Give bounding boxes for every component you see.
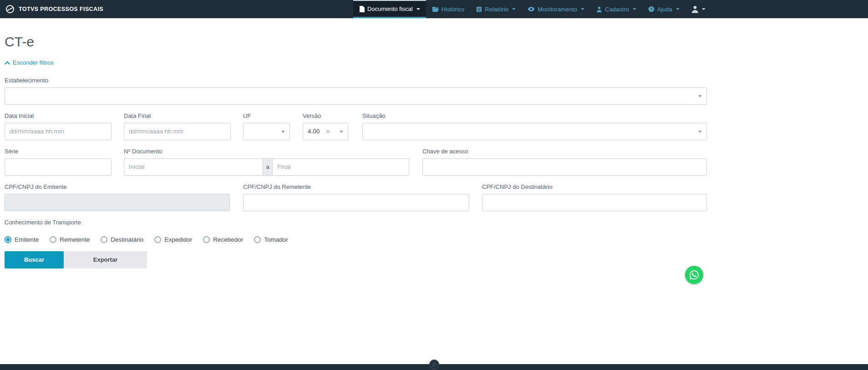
radio-destinatario[interactable]: Destinatário — [101, 236, 143, 243]
estabelecimento-group: Estabelecimento — [5, 77, 707, 105]
chevron-down-icon — [581, 8, 584, 10]
chevron-down-icon — [281, 131, 285, 133]
chevron-down-icon — [698, 95, 702, 97]
conhecimento-transporte-label: Conhecimento de Transporte — [5, 219, 707, 226]
versao-label: Versão — [303, 112, 348, 119]
brand[interactable]: TOTVS PROCESSOS FISCAIS — [5, 0, 103, 18]
history-folder-icon — [432, 6, 439, 12]
whatsapp-icon — [689, 269, 700, 280]
chevron-down-icon — [633, 8, 636, 10]
chave-acesso-input[interactable] — [422, 158, 707, 176]
clear-versao-icon[interactable]: × — [326, 128, 330, 135]
data-final-input[interactable] — [124, 123, 231, 140]
chave-acesso-label: Chave de acesso — [422, 148, 707, 155]
nav-item-historico[interactable]: Histórico — [426, 0, 471, 18]
num-documento-label: Nº Documento — [124, 148, 409, 155]
nav-item-ajuda[interactable]: ? Ajuda — [642, 0, 685, 18]
radio-button-icon — [154, 236, 161, 243]
cpf-emitente-label: CPF/CNPJ do Emitente — [5, 183, 230, 190]
situacao-label: Situação — [362, 112, 707, 119]
data-final-label: Data Final — [124, 112, 231, 119]
uf-label: UF — [243, 112, 290, 119]
cpf-remetente-input[interactable] — [243, 194, 469, 211]
radio-recebedor[interactable]: Recebedor — [203, 236, 243, 243]
filter-row-3: CPF/CNPJ do Emitente CPF/CNPJ do Remeten… — [5, 183, 707, 211]
range-connector: a — [263, 158, 273, 176]
documento-final-input[interactable] — [273, 158, 409, 176]
versao-value: 4.00 — [308, 128, 320, 135]
totvs-logo-icon — [5, 5, 15, 14]
monitor-eye-icon — [528, 6, 535, 12]
account-icon — [691, 5, 699, 13]
top-navbar: TOTVS PROCESSOS FISCAIS Documento fiscal… — [0, 0, 868, 18]
action-buttons: Buscar Exportar — [5, 251, 707, 269]
filter-row-2: Série Nº Documento a Chave de acesso — [5, 148, 707, 176]
radio-remetente[interactable]: Remetente — [50, 236, 90, 243]
nav-item-label: Histórico — [442, 6, 465, 13]
filter-row-1: Data Inicial Data Final UF Versão 4.00 × — [5, 112, 707, 140]
footer-logo-icon — [429, 360, 439, 370]
radio-button-icon — [5, 236, 11, 243]
buscar-button[interactable]: Buscar — [5, 251, 64, 269]
report-icon — [476, 6, 482, 12]
svg-text:?: ? — [650, 7, 653, 11]
nav-item-relatorio[interactable]: Relatório — [470, 0, 522, 18]
conhecimento-radio-group: Emitente Remetente Destinatário Expedido… — [5, 236, 707, 243]
cpf-remetente-label: CPF/CNPJ do Remetente — [243, 183, 469, 190]
estabelecimento-label: Estabelecimento — [5, 77, 707, 84]
nav-item-label: Monitoramento — [538, 6, 577, 13]
data-inicial-input[interactable] — [5, 123, 112, 140]
versao-select[interactable]: 4.00 × — [303, 123, 348, 140]
serie-input[interactable] — [5, 158, 112, 176]
data-inicial-label: Data Inicial — [5, 112, 112, 119]
radio-button-icon — [50, 236, 56, 243]
documento-inicial-input[interactable] — [124, 158, 263, 176]
whatsapp-button[interactable] — [685, 266, 703, 284]
chevron-down-icon — [416, 8, 420, 10]
nav-item-label: Ajuda — [657, 6, 672, 13]
num-documento-range: a — [124, 158, 409, 176]
serie-label: Série — [5, 148, 112, 155]
exportar-button[interactable]: Exportar — [64, 251, 147, 269]
chevron-down-icon — [698, 131, 702, 133]
radio-expedidor[interactable]: Expedidor — [154, 236, 192, 243]
uf-select[interactable] — [243, 123, 290, 140]
chevron-down-icon — [512, 8, 516, 10]
account-menu[interactable] — [685, 0, 711, 18]
document-icon — [359, 6, 365, 12]
main-content: CT-e Esconder filtros Estabelecimento Da… — [0, 18, 707, 269]
radio-button-icon — [101, 236, 107, 243]
cadastro-user-icon — [596, 6, 602, 12]
chevron-up-icon — [5, 61, 10, 65]
nav-item-monitoramento[interactable]: Monitoramento — [522, 0, 590, 18]
page-title: CT-e — [5, 34, 707, 50]
help-icon: ? — [648, 6, 655, 12]
radio-button-icon — [254, 236, 261, 243]
radio-tomador[interactable]: Tomador — [254, 236, 288, 243]
app-root: TOTVS PROCESSOS FISCAIS Documento fiscal… — [0, 0, 868, 370]
hide-filters-link[interactable]: Esconder filtros — [5, 59, 54, 66]
cpf-emitente-input — [5, 194, 230, 211]
nav-item-label: Documento fiscal — [367, 5, 413, 12]
nav-item-documento-fiscal[interactable]: Documento fiscal — [353, 0, 426, 18]
cpf-destinatario-label: CPF/CNPJ do Destinatário — [482, 183, 707, 190]
nav-menu: Documento fiscal Histórico Relatório — [353, 0, 711, 18]
brand-title: TOTVS PROCESSOS FISCAIS — [19, 6, 103, 12]
nav-item-label: Cadastro — [605, 6, 629, 13]
estabelecimento-select[interactable] — [5, 87, 707, 105]
radio-emitente[interactable]: Emitente — [5, 236, 39, 243]
situacao-select[interactable] — [362, 123, 707, 140]
chevron-down-icon — [340, 131, 343, 133]
footer-bar — [0, 364, 868, 370]
chevron-down-icon — [702, 8, 706, 10]
nav-item-cadastro[interactable]: Cadastro — [590, 0, 642, 18]
chevron-down-icon — [676, 8, 680, 10]
cpf-destinatario-input[interactable] — [482, 194, 707, 211]
navbar-inner: TOTVS PROCESSOS FISCAIS Documento fiscal… — [0, 0, 711, 18]
radio-button-icon — [203, 236, 210, 243]
nav-item-label: Relatório — [485, 6, 508, 13]
